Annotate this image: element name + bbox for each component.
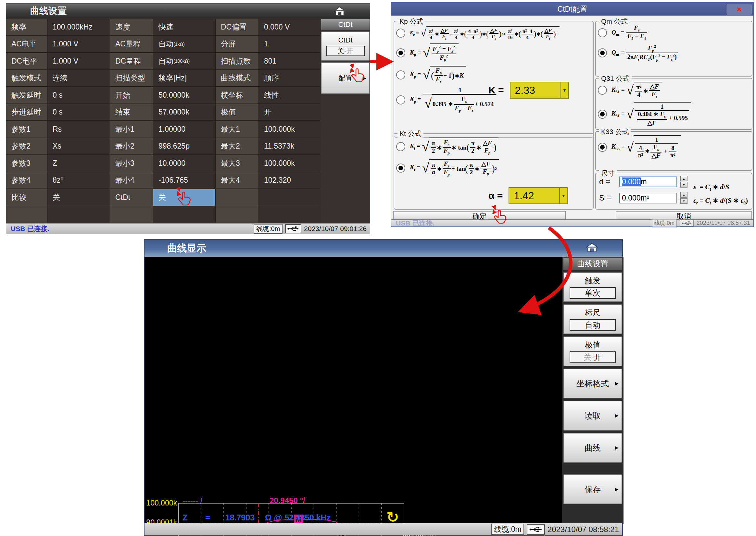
- setting-value-cell[interactable]: [153, 206, 215, 223]
- toggle-caption: 标尺: [585, 308, 600, 318]
- d-stepper[interactable]: ▲▼: [680, 176, 688, 187]
- formula-radio[interactable]: [598, 28, 607, 37]
- setting-value-cell[interactable]: 自动(100kΩ): [153, 53, 215, 69]
- size-group-label: 尺寸: [599, 169, 617, 178]
- formula: Kt = √πα∗FsFp + tan(π2∗△FFp)2: [410, 159, 499, 177]
- setting-label-cell: 扫描点数: [216, 53, 259, 69]
- button-caption: 坐标格式: [576, 378, 609, 389]
- setting-value-cell[interactable]: 0.000 V: [259, 19, 321, 35]
- sidebar-button-保存[interactable]: 保存►: [563, 474, 622, 504]
- setting-value-cell[interactable]: 关: [153, 189, 215, 206]
- setting-value-cell[interactable]: θz°: [48, 172, 110, 189]
- setting-label-cell: 最大3: [216, 155, 259, 172]
- sidebar-button-读取[interactable]: 读取►: [563, 401, 622, 431]
- chevron-down-icon[interactable]: ▼: [559, 188, 567, 203]
- setting-value-cell[interactable]: 连续: [48, 70, 110, 86]
- y-axis-label: 100.000k: [146, 499, 177, 507]
- sidebar-toggle-极值[interactable]: 极值关-开: [563, 336, 622, 366]
- setting-value-cell[interactable]: Z: [48, 155, 110, 172]
- button-caption: 曲线: [585, 443, 601, 453]
- setting-value-cell[interactable]: 频率[Hz]: [153, 70, 215, 86]
- setting-value-cell[interactable]: Rs: [48, 121, 110, 138]
- formula: Kp = √(FpFs − 1) ∗ K: [410, 66, 466, 84]
- chevron-down-icon[interactable]: ▼: [560, 83, 568, 98]
- submenu-arrow-icon: ►: [614, 380, 620, 387]
- formula-radio[interactable]: [598, 86, 607, 95]
- setting-value-cell[interactable]: 0 s: [48, 104, 110, 121]
- setting-value-cell[interactable]: 1.000 V: [48, 36, 110, 52]
- s-input[interactable]: 0.000m²: [619, 193, 677, 203]
- formula-radio[interactable]: [396, 70, 405, 80]
- sidebar-toggle-标尺[interactable]: 标尺自动: [563, 304, 622, 334]
- setting-value-cell[interactable]: 0 s: [48, 87, 110, 104]
- setting-value-cell[interactable]: 关: [48, 189, 110, 206]
- sidebar-menu-title[interactable]: 曲线设置: [563, 257, 622, 270]
- setting-value-cell[interactable]: [259, 189, 321, 206]
- setting-value-cell[interactable]: 顺序: [259, 70, 321, 86]
- setting-value-cell[interactable]: 自动(1kΩ): [153, 36, 215, 52]
- setting-label-cell: 横坐标: [216, 87, 259, 104]
- kt-group-label: Kt 公式: [397, 129, 423, 138]
- setting-label-cell: 最小3: [110, 155, 153, 172]
- setting-value-cell[interactable]: 998.625p: [153, 138, 215, 155]
- setting-value-cell[interactable]: Xs: [48, 138, 110, 155]
- setting-value-cell[interactable]: 50.0000k: [153, 87, 215, 104]
- setting-value-cell[interactable]: 开: [259, 104, 321, 121]
- setting-value-cell[interactable]: 100.000k: [259, 155, 321, 172]
- k-constant-combo[interactable]: 2.33 ▼: [510, 82, 569, 99]
- setting-label-cell: DC量程: [110, 53, 153, 69]
- setting-label-cell: 速度: [110, 19, 153, 35]
- setting-value-cell[interactable]: 1.000 V: [48, 53, 110, 69]
- toggle-caption: 极值: [585, 340, 600, 350]
- formula-radio[interactable]: [598, 143, 607, 152]
- d-label: d =: [599, 177, 616, 186]
- setting-label-cell: 最小2: [110, 138, 153, 155]
- setting-value-cell[interactable]: 57.0000k: [153, 104, 215, 121]
- setting-label-cell: 最小1: [110, 121, 153, 138]
- setting-label-cell: 参数2: [6, 138, 47, 155]
- setting-label-cell: DC电平: [6, 53, 47, 69]
- setting-value-cell[interactable]: 10.0000: [153, 155, 215, 172]
- close-icon[interactable]: ×: [726, 4, 752, 15]
- formula-radio[interactable]: [396, 29, 405, 38]
- setting-label-cell: [6, 206, 47, 223]
- formula-radio[interactable]: [598, 48, 607, 57]
- formula-radio[interactable]: [598, 110, 607, 119]
- setting-value-cell[interactable]: 102.320: [259, 172, 321, 189]
- sidebar-toggle-触发[interactable]: 触发单次: [563, 272, 622, 302]
- button-caption: 读取: [585, 411, 601, 421]
- setting-label-cell: DC偏置: [216, 19, 259, 35]
- kt-formula-group: Kt 公式 Kt = √π2∗FsFp∗ tan(π2∗△FFp)Kt = √π…: [394, 133, 594, 210]
- setting-value-cell[interactable]: 801: [259, 53, 321, 69]
- qm-options: Qm = FsF2 − F1Qm = Fp22πFsRCT(Fp2 − Fs2): [596, 25, 752, 62]
- formula-radio[interactable]: [396, 142, 405, 151]
- home-icon[interactable]: [332, 6, 347, 17]
- setting-value-cell[interactable]: [259, 206, 321, 223]
- formula-radio[interactable]: [396, 163, 405, 173]
- usb-status-text: USB 已连接.: [11, 224, 49, 233]
- setting-label-cell: 步进延时: [6, 104, 47, 121]
- q31-group-label: Q31 公式: [599, 74, 631, 83]
- setting-value-cell[interactable]: 100.000kHz: [48, 19, 110, 35]
- k33-formula-group: K33 公式 K33 = √14π²∗Fs△F + 8π²: [595, 131, 752, 171]
- settings-clock: 2023/10/07 09:01:26: [304, 225, 367, 233]
- sidebar-button-曲线[interactable]: 曲线►: [563, 433, 622, 463]
- formula-radio[interactable]: [396, 48, 405, 57]
- ctdt-toggle-button[interactable]: CtDt 关-开: [321, 31, 370, 61]
- setting-value-cell[interactable]: 1: [259, 36, 321, 52]
- setting-value-cell[interactable]: [48, 206, 110, 223]
- setting-value-cell[interactable]: 快速: [153, 19, 215, 35]
- setting-value-cell[interactable]: -106.765: [153, 172, 215, 189]
- setting-value-cell[interactable]: 100.000k: [259, 121, 321, 138]
- d-input[interactable]: 0.000m: [619, 177, 677, 187]
- sidebar-button-坐标格式[interactable]: 坐标格式►: [563, 369, 622, 398]
- alpha-constant-combo[interactable]: 1.42 ▼: [509, 187, 568, 204]
- formula-radio[interactable]: [396, 95, 405, 105]
- setting-label-cell: 结束: [110, 104, 153, 121]
- setting-value-cell[interactable]: 1.00000: [153, 121, 215, 138]
- ctdt-config-button[interactable]: 配置 ►: [321, 62, 370, 94]
- s-stepper[interactable]: ▲▼: [680, 192, 688, 204]
- setting-value-cell[interactable]: 11.5373k: [259, 138, 321, 155]
- home-icon[interactable]: [585, 242, 599, 253]
- setting-value-cell[interactable]: 线性: [259, 87, 321, 104]
